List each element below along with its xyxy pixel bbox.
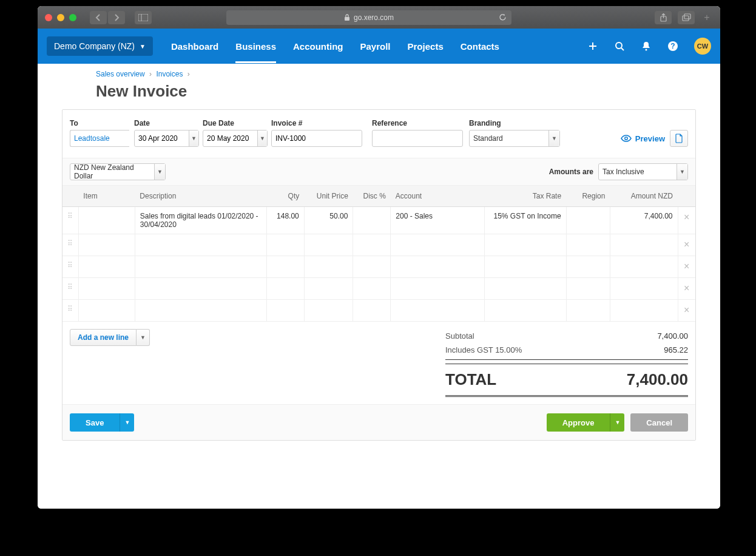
cell-disc[interactable] [353,234,391,256]
user-avatar[interactable]: CW [694,38,711,55]
branding-select[interactable]: Standard ▼ [469,130,560,147]
cell-qty[interactable] [266,234,304,256]
cell-disc[interactable] [353,278,391,300]
cell-unit-price[interactable]: 50.00 [304,207,353,234]
nav-projects[interactable]: Projects [408,30,444,63]
save-button[interactable]: Save [70,413,120,432]
drag-handle-icon[interactable]: ⠿ [62,207,78,234]
notifications-icon[interactable] [641,41,652,52]
cell-tax-rate[interactable] [485,234,566,256]
minimize-window-button[interactable] [57,14,64,21]
drag-handle-icon[interactable]: ⠿ [62,234,78,256]
approve-button[interactable]: Approve [547,413,610,432]
company-select[interactable]: Demo Company (NZ) ▼ [47,36,153,56]
search-icon[interactable] [614,41,625,52]
maximize-window-button[interactable] [69,14,76,21]
attach-file-button[interactable] [670,130,688,147]
cell-qty[interactable] [266,300,304,322]
cell-region[interactable] [566,207,610,234]
cell-unit-price[interactable] [304,256,353,278]
cell-region[interactable] [566,256,610,278]
cell-tax-rate[interactable] [485,278,566,300]
cell-qty[interactable] [266,256,304,278]
cell-qty[interactable]: 148.00 [266,207,304,234]
nav-contacts[interactable]: Contacts [461,30,499,63]
drag-handle-icon[interactable]: ⠿ [62,300,78,322]
cancel-button[interactable]: Cancel [630,413,688,432]
url-bar[interactable]: go.xero.com [226,10,511,25]
drag-handle-icon[interactable]: ⠿ [62,278,78,300]
help-icon[interactable]: ? [667,41,678,52]
cell-unit-price[interactable] [304,234,353,256]
close-window-button[interactable] [45,14,52,21]
nav-payroll[interactable]: Payroll [360,30,391,63]
remove-row-button[interactable]: × [678,256,695,278]
caret-down-icon[interactable]: ▼ [189,131,198,146]
remove-row-button[interactable]: × [678,300,695,322]
amounts-are-select[interactable]: Tax Inclusive ▼ [598,163,688,180]
cell-description[interactable] [135,256,266,278]
cell-item[interactable] [78,256,135,278]
cell-account[interactable] [391,278,485,300]
cell-amount[interactable] [610,256,678,278]
remove-row-button[interactable]: × [678,207,695,234]
table-row[interactable]: ⠿× [62,234,695,256]
cell-description[interactable] [135,300,266,322]
due-date-value[interactable] [207,134,257,143]
reference-input[interactable] [372,130,463,147]
cell-disc[interactable] [353,256,391,278]
cell-qty[interactable] [266,278,304,300]
cell-unit-price[interactable] [304,300,353,322]
cell-amount[interactable]: 7,400.00 [610,207,678,234]
caret-down-icon[interactable]: ▼ [677,164,687,180]
forward-button[interactable] [108,11,125,24]
cell-disc[interactable] [353,207,391,234]
remove-row-button[interactable]: × [678,278,695,300]
cell-unit-price[interactable] [304,278,353,300]
cell-amount[interactable] [610,300,678,322]
cell-description[interactable]: Sales from digital leads 01/02/2020 - 30… [135,207,266,234]
caret-down-icon[interactable]: ▼ [257,131,267,146]
invoice-no-input[interactable] [271,130,362,147]
remove-row-button[interactable]: × [678,234,695,256]
cell-item[interactable] [78,300,135,322]
cell-item[interactable] [78,234,135,256]
table-row[interactable]: ⠿× [62,256,695,278]
cell-account[interactable]: 200 - Sales [391,207,485,234]
add-line-button[interactable]: Add a new line [70,329,137,346]
nav-accounting[interactable]: Accounting [293,30,343,63]
cell-item[interactable] [78,278,135,300]
nav-business[interactable]: Business [235,30,276,63]
approve-menu-button[interactable]: ▼ [610,413,624,432]
breadcrumb-sales-overview[interactable]: Sales overview [96,70,145,78]
to-input[interactable] [70,130,129,147]
due-date-input[interactable]: ▼ [203,130,268,147]
date-value[interactable] [138,134,189,143]
cell-amount[interactable] [610,234,678,256]
save-menu-button[interactable]: ▼ [120,413,134,432]
cell-region[interactable] [566,234,610,256]
cell-disc[interactable] [353,300,391,322]
table-row[interactable]: ⠿Sales from digital leads 01/02/2020 - 3… [62,207,695,234]
currency-select[interactable]: NZD New Zealand Dollar ▼ [70,163,166,180]
breadcrumb-invoices[interactable]: Invoices [156,70,183,78]
cell-region[interactable] [566,300,610,322]
sidebar-toggle-button[interactable] [135,11,152,24]
caret-down-icon[interactable]: ▼ [154,164,165,180]
refresh-icon[interactable] [499,13,507,21]
cell-account[interactable] [391,300,485,322]
add-icon[interactable] [587,41,598,52]
add-line-menu-button[interactable]: ▼ [137,329,150,346]
cell-description[interactable] [135,234,266,256]
cell-tax-rate[interactable] [485,300,566,322]
nav-dashboard[interactable]: Dashboard [171,30,218,63]
cell-amount[interactable] [610,278,678,300]
cell-account[interactable] [391,234,485,256]
date-input[interactable]: ▼ [134,130,199,147]
back-button[interactable] [90,11,107,24]
table-row[interactable]: ⠿× [62,278,695,300]
table-row[interactable]: ⠿× [62,300,695,322]
cell-description[interactable] [135,278,266,300]
cell-tax-rate[interactable] [485,256,566,278]
preview-button[interactable]: Preview [621,134,665,143]
